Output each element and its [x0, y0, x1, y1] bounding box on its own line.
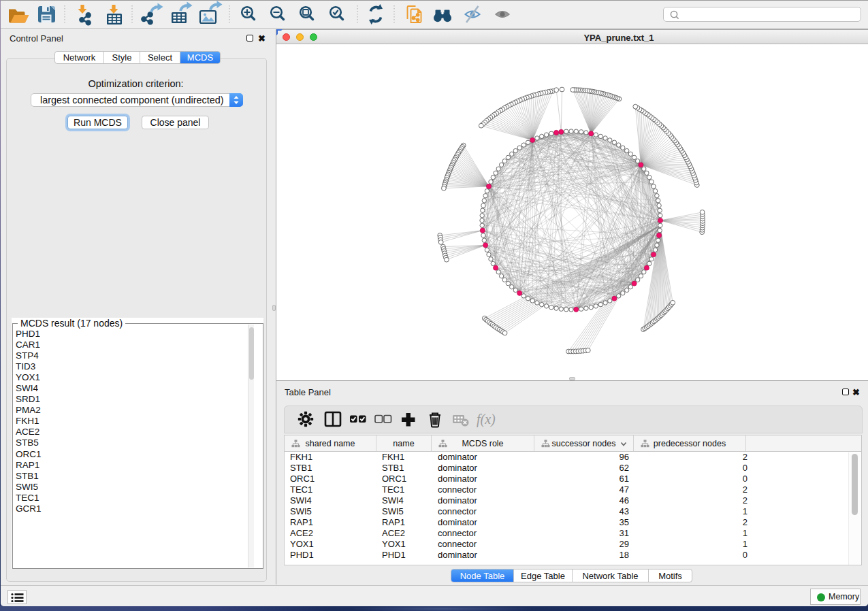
svg-text:f(x): f(x) [477, 412, 496, 427]
